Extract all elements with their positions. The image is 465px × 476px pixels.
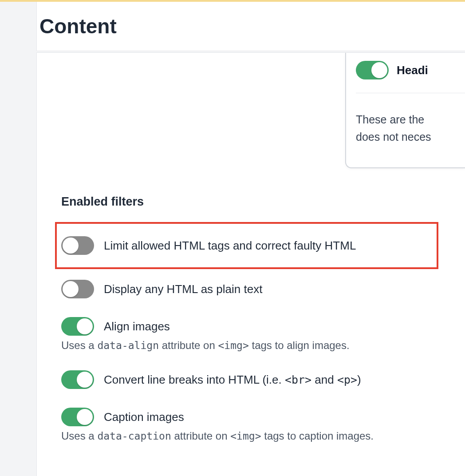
toggle-caption-images[interactable] bbox=[61, 408, 94, 426]
page-title: Content bbox=[39, 14, 465, 38]
page-title-bar: Content bbox=[36, 2, 465, 51]
filter-label-limit-html: Limit allowed HTML tags and correct faul… bbox=[104, 239, 356, 253]
heading-toggle[interactable] bbox=[356, 61, 389, 79]
filter-item-align-images: Align images Uses a data-align attribute… bbox=[61, 317, 465, 352]
side-panel: Headi These are the does not neces bbox=[345, 53, 465, 168]
filter-item-caption-images: Caption images Uses a data-caption attri… bbox=[61, 408, 465, 442]
filter-label-line-breaks: Convert line breaks into HTML (i.e. <br>… bbox=[104, 373, 361, 387]
highlighted-filter-box: Limit allowed HTML tags and correct faul… bbox=[55, 222, 438, 269]
enabled-filters-heading: Enabled filters bbox=[61, 195, 465, 209]
enabled-filters-section: Enabled filters Limit allowed HTML tags … bbox=[61, 195, 465, 442]
side-panel-description: These are the does not neces bbox=[356, 111, 465, 146]
filter-desc-align-images: Uses a data-align attribute on <img> tag… bbox=[61, 339, 465, 352]
toggle-plain-text[interactable] bbox=[61, 280, 94, 298]
filter-label-caption-images: Caption images bbox=[104, 410, 184, 424]
side-panel-desc-line2: does not neces bbox=[356, 131, 431, 143]
filter-desc-caption-images: Uses a data-caption attribute on <img> t… bbox=[61, 430, 465, 442]
content-card: Headi These are the does not neces Enabl… bbox=[36, 52, 465, 476]
toggle-limit-html[interactable] bbox=[61, 236, 94, 255]
side-panel-toggle-row: Headi bbox=[356, 61, 465, 93]
filter-item-limit-html: Limit allowed HTML tags and correct faul… bbox=[61, 236, 431, 255]
toggle-align-images[interactable] bbox=[61, 317, 94, 336]
heading-toggle-label: Headi bbox=[397, 63, 428, 77]
filter-label-plain-text: Display any HTML as plain text bbox=[104, 282, 262, 296]
filter-label-align-images: Align images bbox=[104, 320, 170, 333]
filter-item-plain-text: Display any HTML as plain text bbox=[61, 280, 465, 298]
filter-item-line-breaks: Convert line breaks into HTML (i.e. <br>… bbox=[61, 370, 465, 389]
side-panel-desc-line1: These are the bbox=[356, 113, 424, 126]
toggle-line-breaks[interactable] bbox=[61, 370, 94, 389]
